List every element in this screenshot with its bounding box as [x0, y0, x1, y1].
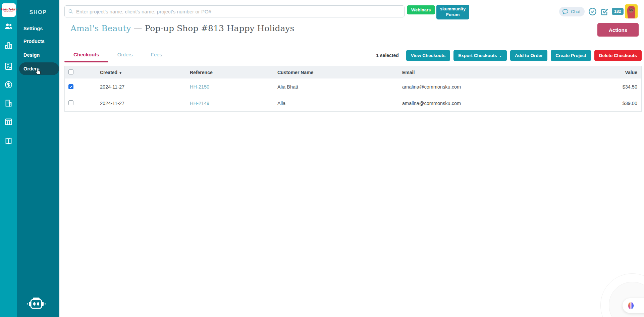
customer-cell: Alia — [277, 101, 402, 106]
table-row: 2024-11-27 HH-2150 Alia Bhatt amalina@co… — [65, 78, 641, 95]
project-title: Pop-up Shop #813 Happy Holidays — [145, 23, 294, 33]
company-logo[interactable]: Vandelay PROMOTIONS — [2, 3, 16, 17]
value-cell: $34.50 — [598, 84, 641, 90]
tasks-checkbox-icon[interactable] — [600, 7, 609, 16]
tab-fees[interactable]: Fees — [142, 49, 171, 62]
row-checkbox[interactable] — [68, 84, 73, 89]
webinars-button[interactable]: Webinars — [407, 5, 435, 14]
column-header-customer[interactable]: Customer Name — [277, 70, 402, 75]
email-cell: amalina@commonsku.com — [402, 101, 598, 106]
sidebar-item-orders[interactable]: Orders — [19, 62, 59, 75]
brain-icon — [627, 301, 635, 310]
create-project-button[interactable]: Create Project — [551, 50, 591, 61]
column-header-email[interactable]: Email — [402, 70, 598, 75]
planner-icon[interactable] — [4, 117, 13, 126]
actions-button[interactable]: Actions — [597, 23, 639, 37]
tab-orders[interactable]: Orders — [108, 49, 142, 62]
created-header-label: Created — [100, 70, 117, 75]
search-input[interactable] — [64, 5, 405, 17]
chat-label: Chat — [571, 9, 581, 14]
created-cell: 2024-11-27 — [100, 84, 190, 90]
customer-cell: Alia Bhatt — [277, 84, 402, 90]
orders-icon[interactable] — [4, 62, 13, 71]
sidebar-item-design[interactable]: Design — [23, 52, 40, 58]
table-row: 2024-11-27 HH-2149 Alia amalina@commonsk… — [65, 95, 641, 111]
main-content: Webinars skummunity Forum Chat 182 Amal'… — [59, 0, 644, 317]
page-title: Amal's Beauty — Pop-up Shop #813 Happy H… — [70, 23, 294, 33]
global-search — [64, 5, 405, 17]
icon-rail: Vandelay PROMOTIONS — [0, 0, 17, 317]
title-dash: — — [134, 23, 142, 33]
column-header-value[interactable]: Value — [598, 70, 641, 75]
finance-icon[interactable] — [4, 80, 13, 89]
chat-bubble-icon — [562, 8, 569, 15]
table-header-row: Created▼ Reference Customer Name Email V… — [65, 66, 641, 78]
chevron-down-icon: ⌄ — [499, 53, 502, 58]
checkouts-table: Created▼ Reference Customer Name Email V… — [64, 66, 642, 112]
sort-desc-icon: ▼ — [119, 71, 122, 75]
user-avatar[interactable] — [625, 4, 638, 18]
shop-sidebar: SHOP Settings Products Design Orders — [17, 0, 59, 317]
tab-toolbar-row: Checkouts Orders Fees 1 selected View Ch… — [64, 49, 642, 62]
add-to-order-button[interactable]: Add to Order — [510, 50, 547, 61]
chat-button[interactable]: Chat — [559, 7, 585, 16]
select-all-checkbox[interactable] — [68, 69, 73, 74]
reminders-clock-icon[interactable] — [588, 7, 597, 16]
column-header-created[interactable]: Created▼ — [100, 70, 190, 75]
created-cell: 2024-11-27 — [100, 101, 190, 106]
search-icon — [68, 8, 74, 14]
tab-checkouts[interactable]: Checkouts — [64, 49, 108, 62]
reference-link[interactable]: HH-2149 — [190, 101, 209, 106]
export-checkouts-label: Export Checkouts — [458, 53, 497, 58]
logo-brand-text: Vandelay — [0, 8, 17, 11]
hand-cursor-icon — [34, 67, 43, 76]
ai-assistant-button[interactable] — [623, 298, 644, 313]
column-header-reference[interactable]: Reference — [190, 70, 277, 75]
skummunity-forum-button[interactable]: skummunity Forum — [436, 5, 469, 19]
library-icon[interactable] — [4, 137, 13, 146]
email-cell: amalina@commonsku.com — [402, 84, 598, 90]
companies-icon[interactable] — [4, 99, 13, 108]
client-name-link[interactable]: Amal's Beauty — [70, 23, 131, 33]
logo-sub-text: PROMOTIONS — [4, 11, 13, 12]
contacts-icon[interactable] — [4, 22, 13, 31]
notification-count-badge[interactable]: 182 — [612, 8, 624, 15]
selected-count-label: 1 selected — [376, 53, 399, 58]
row-checkbox[interactable] — [68, 100, 73, 105]
sidebar-item-settings[interactable]: Settings — [23, 26, 43, 31]
sidebar-title: SHOP — [17, 9, 59, 15]
view-checkouts-button[interactable]: View Checkouts — [406, 50, 450, 61]
export-checkouts-button[interactable]: Export Checkouts ⌄ — [453, 50, 507, 61]
value-cell: $39.00 — [598, 101, 641, 106]
reports-icon[interactable] — [4, 41, 13, 50]
chatbot-icon[interactable] — [26, 297, 46, 312]
reference-link[interactable]: HH-2150 — [190, 84, 209, 90]
delete-checkouts-button[interactable]: Delete Checkouts — [594, 50, 642, 61]
sidebar-item-products[interactable]: Products — [23, 39, 45, 44]
